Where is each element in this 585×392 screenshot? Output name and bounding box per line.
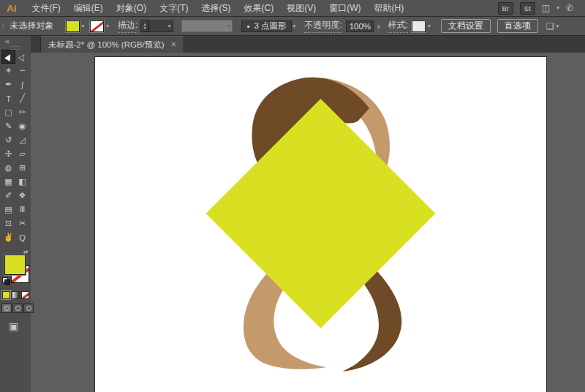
menu-item-select[interactable]: 选择(S) (195, 2, 237, 15)
illustrator-window: { "colors": { "fill_yellow": "#d9e021", … (0, 0, 585, 392)
menu-item-effect[interactable]: 效果(C) (237, 2, 280, 15)
tool-eyedropper[interactable]: ✐ (1, 189, 15, 203)
style-dropdown-icon[interactable]: ▾ (428, 23, 431, 29)
tool-column-graph[interactable]: Ⅲ (15, 203, 29, 216)
stroke-color-swatch[interactable] (90, 20, 104, 32)
menubar-right-cluster: Br St ◫ ▾ ✆ (498, 2, 585, 15)
artboard[interactable] (95, 57, 546, 392)
draw-normal-button[interactable] (1, 304, 12, 313)
yellow-diamond-shape[interactable] (206, 99, 436, 328)
tool-hand[interactable]: ✌ (1, 230, 15, 244)
menu-bar: Ai 文件(F) 编辑(E) 对象(O) 文字(T) 选择(S) 效果(C) 视… (0, 0, 585, 17)
tools-grid: ▶ ▷ ✶ ∽ ✒ ʃ T ╱ ▢ ✏ ✎ ◉ ↺ ◿ ✣ ▱ ◍ ⊞ ▦ ◧ … (1, 50, 29, 244)
tool-slice[interactable]: ✂ (15, 216, 29, 230)
color-button[interactable] (2, 291, 10, 299)
tool-blend[interactable]: ❖ (15, 189, 29, 203)
tool-free-transform[interactable]: ▱ (15, 147, 29, 161)
bridge-button[interactable]: Br (498, 2, 513, 15)
menu-item-object[interactable]: 对象(O) (110, 2, 153, 15)
menu-item-window[interactable]: 窗口(W) (322, 2, 367, 15)
workspace-dropdown-icon[interactable]: ▾ (556, 5, 559, 11)
fill-color-swatch[interactable] (66, 20, 80, 32)
selection-icon: ▶ (3, 52, 14, 62)
tool-gradient[interactable]: ◧ (15, 175, 29, 189)
screen-mode-icon[interactable]: ▣ (9, 320, 18, 332)
pasteboard[interactable] (31, 53, 585, 392)
controlbar-grip-icon[interactable]: ⁞⁞ (1, 22, 4, 30)
tool-width[interactable]: ✣ (1, 147, 15, 161)
stroke-weight-stepper[interactable]: ▴ ▾ (140, 20, 148, 32)
tool-curvature[interactable]: ʃ (15, 78, 29, 91)
brush-definition-select[interactable]: • 3 点圆形 (241, 20, 291, 32)
panel-menu-icon[interactable]: ❏ (546, 22, 554, 31)
style-label[interactable]: 样式: (388, 19, 408, 33)
none-button[interactable] (21, 291, 29, 299)
tool-type[interactable]: T (1, 91, 15, 105)
brush-name: 3 点圆形 (254, 20, 286, 31)
tools-panel: « ▶ ▷ ✶ ∽ ✒ ʃ T ╱ ▢ ✏ ✎ ◉ ↺ ◿ ✣ ▱ ◍ ⊞ ▦ … (0, 36, 31, 392)
width-profile-dropdown-icon: ▾ (227, 23, 230, 29)
opacity-input[interactable]: 100% (346, 20, 374, 32)
width-profile-select: ▾ (181, 20, 233, 32)
menu-item-file[interactable]: 文件(F) (26, 2, 67, 15)
stroke-weight-dropdown-icon[interactable]: ▾ (168, 23, 171, 29)
opacity-label[interactable]: 不透明度: (304, 19, 341, 33)
tool-artboard[interactable]: ⊡ (1, 216, 15, 230)
tool-shape-builder[interactable]: ◍ (1, 161, 15, 175)
default-fill-chip (4, 279, 10, 285)
none-button-slash-icon (21, 292, 29, 299)
menu-item-edit[interactable]: 编辑(E) (67, 2, 110, 15)
tool-scale[interactable]: ◿ (15, 133, 29, 147)
tool-magic-wand[interactable]: ✶ (1, 64, 15, 78)
draw-inside-button[interactable] (23, 304, 34, 313)
artwork-canvas (95, 57, 546, 392)
draw-behind-button[interactable] (12, 304, 23, 313)
opacity-expand-icon[interactable]: › (377, 21, 380, 31)
tool-perspective-grid[interactable]: ⊞ (15, 161, 29, 175)
tool-pencil[interactable]: ✎ (1, 119, 15, 133)
share-device-icon[interactable]: ✆ (566, 4, 573, 12)
stock-button[interactable]: St (520, 2, 535, 15)
tool-direct-selection[interactable]: ▷ (15, 50, 29, 64)
menu-item-help[interactable]: 帮助(H) (367, 2, 410, 15)
tools-collapse-icon[interactable]: « (5, 37, 10, 45)
tool-blob-brush[interactable]: ◉ (15, 119, 29, 133)
menu-item-view[interactable]: 视图(V) (280, 2, 322, 15)
panel-menu-dropdown-icon[interactable]: ▾ (556, 23, 559, 29)
tab-close-icon[interactable]: × (171, 40, 176, 49)
no-selection-label: 未选择对象 (10, 20, 54, 32)
tool-zoom[interactable]: Q (15, 230, 29, 244)
tool-symbol-sprayer[interactable]: ▤ (1, 203, 15, 216)
tool-pen[interactable]: ✒ (1, 78, 15, 91)
direct-selection-icon: ▷ (17, 52, 28, 62)
document-tab-bar: 未标题-2* @ 100% (RGB/预览) × (31, 36, 585, 53)
gradient-button[interactable] (12, 291, 20, 299)
preferences-button[interactable]: 首选项 (497, 19, 538, 33)
tool-paintbrush[interactable]: ✏ (15, 105, 29, 119)
brush-dropdown-icon[interactable]: ▾ (293, 23, 296, 29)
tool-mesh[interactable]: ▦ (1, 175, 15, 189)
stroke-weight-select[interactable]: ▾ (148, 20, 173, 32)
tool-lasso[interactable]: ∽ (15, 64, 29, 78)
style-swatch[interactable] (412, 20, 426, 32)
workspace-switcher-icon[interactable]: ◫ (542, 4, 550, 12)
document-title: 未标题-2* @ 100% (RGB/预览) (48, 39, 165, 50)
document-setup-button[interactable]: 文档设置 (441, 19, 491, 33)
document-tab[interactable]: 未标题-2* @ 100% (RGB/预览) × (40, 36, 184, 53)
none-slash-icon (90, 21, 104, 32)
default-fill-stroke-icon[interactable] (2, 277, 10, 284)
stepper-down-icon[interactable]: ▾ (143, 26, 146, 30)
brush-preview-dot-icon: • (246, 22, 249, 31)
fill-indicator-swatch[interactable] (4, 255, 26, 275)
tool-line-segment[interactable]: ╱ (15, 91, 29, 105)
app-logo: Ai (0, 3, 26, 14)
stroke-weight-label[interactable]: 描边: (118, 19, 137, 33)
draw-mode-buttons (1, 304, 34, 313)
control-bar: ⁞⁞ 未选择对象 ▾ ▾ 描边: ▴ ▾ ▾ ▾ • 3 点圆形 ▾ 不透明度:… (0, 17, 585, 36)
stroke-dropdown-icon[interactable]: ▾ (106, 23, 109, 29)
menu-item-type[interactable]: 文字(T) (153, 2, 195, 15)
fill-dropdown-icon[interactable]: ▾ (82, 23, 85, 29)
tool-rectangle[interactable]: ▢ (1, 105, 15, 119)
tool-rotate[interactable]: ↺ (1, 133, 15, 147)
tool-selection[interactable]: ▶ (1, 50, 15, 64)
